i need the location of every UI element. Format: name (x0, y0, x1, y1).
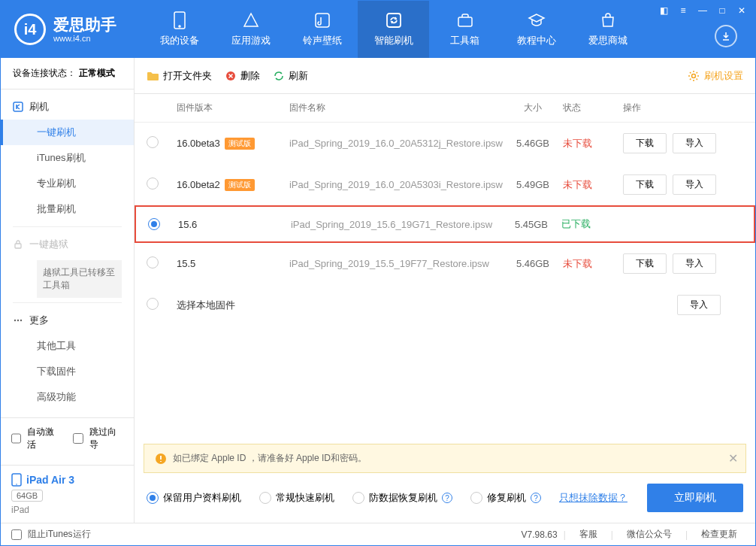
menu-button[interactable]: ≡ (674, 4, 692, 17)
firmware-status: 未下载 (563, 137, 623, 150)
toolbox-icon (456, 11, 474, 29)
nav-apps[interactable]: 应用游戏 (215, 1, 286, 58)
svg-point-9 (20, 319, 22, 320)
help-icon[interactable]: ? (442, 493, 452, 503)
download-button[interactable]: 下载 (623, 174, 667, 195)
sidebar-item-pro[interactable]: 专业刷机 (1, 171, 134, 196)
firmware-row[interactable]: 15.6 iPad_Spring_2019_15.6_19G71_Restore… (135, 205, 755, 243)
version-label: 16.0beta2 (177, 179, 220, 190)
opt-keep-data[interactable]: 保留用户资料刷机 (147, 491, 241, 505)
firmware-name: iPad_Spring_2019_15.6_19G71_Restore.ipsw (291, 219, 501, 230)
refresh-button[interactable]: 刷新 (274, 69, 308, 83)
help-icon[interactable]: ? (531, 493, 541, 503)
download-button[interactable]: 下载 (623, 253, 667, 274)
sidebar-item-download-fw[interactable]: 下载固件 (1, 359, 134, 384)
version-label: 15.5 (177, 258, 195, 269)
nav-tabs: 我的设备 应用游戏 铃声壁纸 智能刷机 工具箱 教程中心 爱思商城 (144, 1, 643, 58)
storage-badge: 64GB (11, 490, 43, 502)
alert-bar: 如已绑定 Apple ID ，请准备好 Apple ID和密码。 ✕ (144, 444, 746, 473)
nav-tutorials[interactable]: 教程中心 (500, 1, 572, 58)
flash-now-button[interactable]: 立即刷机 (647, 484, 743, 512)
app-domain: www.i4.cn (53, 34, 116, 43)
action-bar: 保留用户资料刷机 常规快速刷机 防数据恢复刷机? 修复刷机? 只想抹除数据？ 立… (135, 473, 755, 523)
close-button[interactable]: ✕ (733, 4, 751, 17)
opt-repair[interactable]: 修复刷机? (470, 491, 541, 505)
toolbar: 打开文件夹 删除 刷新 刷机设置 (135, 58, 755, 94)
radio[interactable] (147, 177, 159, 190)
erase-link[interactable]: 只想抹除数据？ (559, 491, 627, 505)
device-name[interactable]: iPad Air 3 (11, 473, 123, 487)
import-button[interactable]: 导入 (673, 133, 716, 153)
import-button[interactable]: 导入 (673, 253, 716, 274)
app-header: i4 爱思助手 www.i4.cn 我的设备 应用游戏 铃声壁纸 智能刷机 工具… (1, 1, 755, 58)
version-label: V7.98.63 (522, 529, 558, 540)
opt-normal[interactable]: 常规快速刷机 (259, 491, 334, 505)
download-manager-button[interactable] (715, 25, 737, 47)
maximize-button[interactable]: □ (713, 4, 731, 17)
download-button[interactable]: 下载 (623, 133, 667, 153)
logo: i4 爱思助手 www.i4.cn (1, 14, 144, 45)
nav-my-device[interactable]: 我的设备 (144, 1, 215, 58)
radio[interactable] (147, 256, 159, 268)
gear-icon (688, 70, 700, 82)
svg-point-11 (16, 484, 17, 485)
nav-store[interactable]: 爱思商城 (572, 1, 643, 58)
jailbreak-note: 越狱工具已转移至工具箱 (37, 260, 122, 298)
wechat-link[interactable]: 微信公众号 (619, 528, 679, 541)
folder-icon (147, 71, 159, 81)
nav-flash[interactable]: 智能刷机 (358, 1, 429, 58)
connection-status: 设备连接状态：正常模式 (1, 58, 134, 89)
window-controls: ◧ ≡ ― □ ✕ (655, 4, 751, 17)
phone-icon (171, 11, 189, 29)
logo-icon: i4 (14, 14, 46, 45)
block-itunes-checkbox[interactable] (11, 529, 22, 540)
opt-anti-recovery[interactable]: 防数据恢复刷机? (352, 491, 452, 505)
main-content: 打开文件夹 删除 刷新 刷机设置 固件版本 固件名称 大小 状态 操作 (135, 58, 755, 523)
tablet-icon (11, 473, 22, 487)
svg-point-13 (692, 74, 696, 77)
import-button[interactable]: 导入 (677, 295, 721, 315)
skin-button[interactable]: ◧ (655, 4, 673, 17)
nav-ringtones[interactable]: 铃声壁纸 (286, 1, 358, 58)
sidebar-group-flash[interactable]: 刷机 (1, 94, 134, 120)
svg-point-7 (14, 319, 16, 320)
graduation-icon (528, 11, 546, 29)
skip-guide-checkbox[interactable] (73, 433, 83, 444)
sidebar-item-other[interactable]: 其他工具 (1, 333, 134, 359)
delete-button[interactable]: 删除 (225, 69, 260, 83)
alert-close-button[interactable]: ✕ (728, 451, 738, 466)
firmware-name: iPad_Spring_2019_16.0_20A5303i_Restore.i… (289, 179, 503, 190)
import-button[interactable]: 导入 (673, 174, 716, 195)
sidebar-group-more[interactable]: 更多 (1, 308, 134, 333)
firmware-status: 已下载 (561, 217, 621, 231)
minimize-button[interactable]: ― (694, 4, 712, 17)
local-firmware-row[interactable]: 选择本地固件 导入 (135, 284, 755, 326)
sidebar-item-itunes[interactable]: iTunes刷机 (1, 145, 134, 171)
service-link[interactable]: 客服 (572, 528, 605, 541)
device-type: iPad (11, 505, 123, 515)
radio[interactable] (147, 136, 159, 148)
svg-rect-3 (387, 14, 401, 27)
nav-toolbox[interactable]: 工具箱 (429, 1, 500, 58)
sidebar-item-advanced[interactable]: 高级功能 (1, 384, 134, 410)
firmware-status: 未下载 (563, 178, 623, 192)
firmware-row[interactable]: 16.0beta2测试版 iPad_Spring_2019_16.0_20A53… (135, 164, 755, 205)
open-folder-button[interactable]: 打开文件夹 (147, 69, 212, 83)
refresh-icon (274, 71, 284, 81)
radio[interactable] (148, 218, 160, 230)
auto-activate-checkbox[interactable] (11, 433, 21, 444)
firmware-name: iPad_Spring_2019_15.5_19F77_Restore.ipsw (289, 258, 503, 269)
sidebar-item-batch[interactable]: 批量刷机 (1, 196, 134, 222)
bag-icon (599, 11, 617, 29)
svg-point-8 (17, 319, 19, 320)
firmware-row[interactable]: 15.5 iPad_Spring_2019_15.5_19F77_Restore… (135, 243, 755, 284)
sidebar-bottom: 自动激活 跳过向导 (1, 417, 134, 465)
sidebar-item-oneclick[interactable]: 一键刷机 (1, 120, 134, 145)
svg-rect-5 (14, 102, 23, 111)
firmware-row[interactable]: 16.0beta3测试版 iPad_Spring_2019_16.0_20A53… (135, 123, 755, 164)
flash-settings-button[interactable]: 刷机设置 (688, 69, 743, 83)
radio[interactable] (147, 298, 159, 310)
divider (13, 302, 122, 303)
update-link[interactable]: 检查更新 (694, 528, 745, 541)
flash-icon (13, 102, 23, 112)
